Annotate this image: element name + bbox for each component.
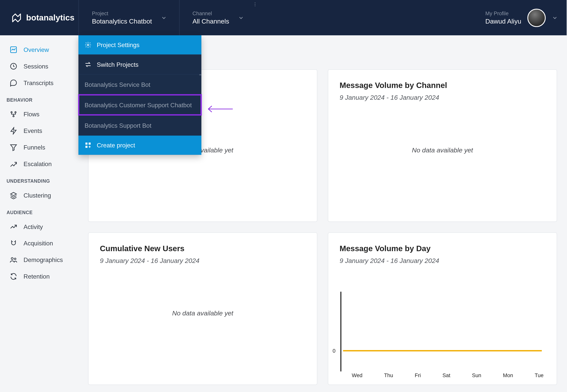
channel-selector[interactable]: Channel All Channels [179,0,256,35]
chart-x-labels: Wed Thu Fri Sat Sun Mon Tue [352,372,543,378]
project-settings-label: Project Settings [97,42,140,48]
swap-icon [84,61,91,68]
svg-rect-2 [89,142,91,145]
sidebar-section-audience: AUDIENCE [0,204,79,218]
profile-name: Dawud Aliyu [485,17,521,25]
svg-point-9 [13,115,14,117]
sidebar-item-funnels[interactable]: Funnels [0,139,79,156]
card-title: Message Volume by Channel [340,81,545,90]
sidebar-item-label: Sessions [24,63,48,70]
sidebar-item-overview[interactable]: Overview [0,42,79,58]
scrollbar-thumb[interactable] [199,74,201,75]
project-settings-item[interactable]: Project Settings [79,35,201,54]
chart-x-tick: Sat [443,372,450,378]
sidebar-item-demographics[interactable]: Demographics [0,252,79,268]
project-option-label: Botanalytics Customer Support Chatbot [84,102,192,109]
sidebar-item-label: Demographics [24,256,63,263]
logo-icon [11,12,22,23]
project-selector-value: Botanalytics Chatbot [92,17,152,25]
project-option-label: Botanalytics Service Bot [84,81,150,88]
sidebar-item-label: Retention [24,273,50,280]
svg-point-7 [11,112,12,113]
activity-icon [10,223,17,231]
annotation-arrow-icon [206,105,234,115]
gear-icon [84,42,91,48]
svg-point-0 [87,44,89,46]
sidebar-item-flows[interactable]: Flows [0,106,79,123]
clock-icon [10,62,17,70]
sidebar-item-label: Clustering [24,192,51,199]
overview-icon [10,46,17,54]
no-data-text: No data available yet [412,146,473,154]
svg-point-15 [11,258,13,259]
chevron-down-icon [161,15,167,21]
chat-icon [10,79,17,87]
project-selector-label: Project [92,10,152,17]
profile-menu[interactable]: My Profile Dawud Aliyu [478,0,567,35]
project-option-0[interactable]: Botanalytics Service Bot [79,74,201,95]
sidebar-item-label: Escalation [24,160,52,168]
avatar [527,9,546,27]
sidebar-item-label: Funnels [24,144,45,151]
sidebar-item-acquisition[interactable]: Acquisition [0,235,79,252]
app-header: botanalytics Project Botanalytics Chatbo… [0,0,567,35]
sidebar-item-label: Activity [24,223,43,230]
sidebar-item-label: Overview [24,46,49,53]
brand-name: botanalytics [26,13,75,23]
chevron-down-icon [552,15,558,21]
sidebar-item-label: Transcripts [24,79,54,86]
project-option-1[interactable]: Botanalytics Customer Support Chatbot [79,95,201,115]
chart-x-tick: Tue [535,372,543,378]
grid-plus-icon [84,142,91,149]
funnel-icon [10,143,17,152]
chart-y-axis [340,292,341,372]
no-data-text: No data available yet [172,309,233,317]
chart-y-tick: 0 [332,348,335,354]
chart-x-tick: Fri [415,372,421,378]
sidebar-item-retention[interactable]: Retention [0,268,79,285]
drag-handle-icon: ⋮ [253,2,257,7]
card-cumulative-new-users: Cumulative New Users 9 January 2024 - 16… [88,232,318,385]
bolt-icon [10,127,17,135]
sidebar-item-label: Flows [24,111,40,118]
layers-icon [10,191,17,199]
create-project-label: Create project [97,142,135,149]
create-project-item[interactable]: Create project [79,136,201,155]
card-message-volume-channel: Message Volume by Channel 9 January 2024… [328,69,557,222]
project-selector[interactable]: Project Botanalytics Chatbot [79,0,179,35]
card-title: Cumulative New Users [100,244,306,253]
sidebar-item-clustering[interactable]: Clustering [0,187,79,204]
chart-x-tick: Thu [384,372,393,378]
svg-marker-10 [11,127,16,134]
chevron-down-icon [238,15,244,21]
svg-point-16 [14,258,16,260]
svg-point-8 [15,112,16,113]
chart-x-tick: Wed [352,372,362,378]
sidebar-item-label: Events [24,127,42,134]
project-option-label: Botanalytics Support Bot [84,122,151,129]
sidebar-item-transcripts[interactable]: Transcripts [0,74,79,91]
svg-rect-3 [85,146,88,148]
sidebar-item-events[interactable]: Events [0,123,79,139]
chart-x-tick: Mon [503,372,513,378]
project-dropdown-panel: Project Settings Switch Projects Botanal… [79,35,201,155]
profile-label: My Profile [485,10,521,17]
sidebar-item-activity[interactable]: Activity [0,218,79,235]
switch-projects-label: Switch Projects [97,61,138,68]
card-title: Message Volume by Day [340,244,545,253]
switch-projects-item[interactable]: Switch Projects [79,55,201,74]
chart-series-line [343,350,542,351]
sidebar-item-escalation[interactable]: Escalation [0,156,79,172]
brand-logo[interactable]: botanalytics [0,0,79,35]
project-option-2[interactable]: Botanalytics Support Bot [79,115,201,136]
users-icon [10,256,17,264]
card-message-volume-day: Message Volume by Day 9 January 2024 - 1… [328,232,557,385]
sidebar-item-sessions[interactable]: Sessions [0,58,79,75]
sidebar: Overview Sessions Transcripts BEHAVIOR F… [0,35,79,392]
escalation-icon [10,160,17,168]
sidebar-section-understanding: UNDERSTANDING [0,172,79,187]
sidebar-section-behavior: BEHAVIOR [0,91,79,106]
channel-selector-label: Channel [193,10,229,17]
card-subtitle: 9 January 2024 - 16 January 2024 [100,257,306,264]
magnet-icon [10,239,17,247]
